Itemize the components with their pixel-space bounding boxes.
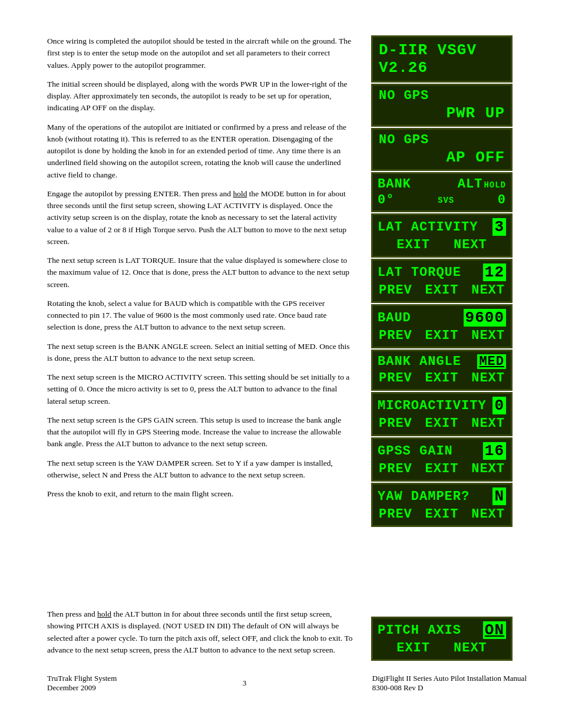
lat-torq-row1: LAT TORQUE 12 (376, 263, 507, 282)
para-5: The next setup screen is LAT TORQUE. Ins… (47, 255, 353, 291)
lat-torq-label: LAT TORQUE (378, 265, 461, 280)
screen-bank-angle: BANK ANGLE MED PREV EXIT NEXT (371, 350, 513, 391)
micro-value: 0 (492, 397, 506, 414)
pitch-row1: PITCH AXIS ON (376, 621, 507, 640)
bank-angle-value: MED (477, 354, 506, 369)
para-11: Press the knob to exit, and return to th… (47, 488, 353, 500)
micro-exit: EXIT (425, 416, 459, 431)
screens-column: D-IIR VSGV V2.26 NO GPS PWR UP NO GPS AP… (371, 35, 513, 597)
title-row: D-IIR VSGV V2.26 (378, 41, 506, 77)
gpss-next: NEXT (471, 462, 505, 476)
lat-act-label: LAT ACTIVITY (378, 220, 478, 235)
page: Once wiring is completed the autopilot s… (0, 0, 562, 728)
bank-angle-next: NEXT (471, 371, 505, 386)
gpss-exit: EXIT (425, 462, 459, 476)
gpss-row1: GPSS GAIN 16 (376, 442, 507, 460)
apoff-row1: NO GPS (378, 132, 506, 148)
bank-angle-nav: PREV EXIT NEXT (376, 370, 507, 387)
bank-angle-row1: BANK ANGLE MED (376, 354, 507, 370)
screen-micro-activity: MICROACTIVITY 0 PREV EXIT NEXT (371, 392, 513, 436)
baud-row1: BAUD 9600 (376, 308, 507, 327)
screen-baud: BAUD 9600 PREV EXIT NEXT (371, 304, 513, 348)
baud-nav: PREV EXIT NEXT (376, 327, 507, 344)
bottom-section: Then press and hold the ALT button in fo… (47, 608, 527, 662)
alt-label: ALT (458, 177, 483, 192)
baud-label: BAUD (378, 311, 411, 325)
baud-exit: EXIT (425, 328, 459, 343)
micro-next: NEXT (471, 416, 505, 431)
title-text: D-IIR VSGV V2.26 (379, 41, 505, 77)
screen-yaw-damper: YAW DAMPER? N PREV EXIT NEXT (371, 483, 513, 527)
gpss-value: 16 (483, 442, 506, 460)
pwr-row1: NO GPS (378, 88, 506, 104)
gpss-nav: PREV EXIT NEXT (376, 460, 507, 477)
apoff-nogps: NO GPS (379, 133, 429, 147)
yaw-label: YAW DAMPER? (378, 489, 470, 504)
bank-row2: 0° SVS 0 (376, 192, 507, 208)
footer-right: DigiFlight II Series Auto Pilot Installa… (372, 674, 527, 693)
micro-label: MICROACTIVITY (378, 398, 487, 413)
yaw-exit: EXIT (425, 507, 459, 522)
lat-torq-exit: EXIT (425, 283, 459, 298)
para-7: The next setup screen is the BANK ANGLE … (47, 341, 353, 365)
pitch-exit: EXIT (396, 641, 430, 655)
yaw-value: N (492, 487, 506, 505)
svs-value: 0 (498, 193, 506, 207)
bottom-screens: PITCH AXIS ON EXIT NEXT (371, 617, 513, 662)
bank-angle-prev: PREV (379, 371, 412, 386)
para-2: The initial screen should be displayed, … (47, 78, 353, 114)
lat-act-next: NEXT (454, 238, 487, 252)
baud-value: 9600 (464, 309, 506, 327)
lat-act-value: 3 (492, 218, 506, 236)
screen-title: D-IIR VSGV V2.26 (371, 35, 513, 83)
micro-row1: MICROACTIVITY 0 (376, 396, 507, 415)
bank-degrees: 0° (378, 193, 394, 207)
yaw-prev: PREV (379, 507, 412, 522)
footer-left: TruTrak Flight System December 2009 (47, 674, 117, 693)
bottom-para: Then press and hold the ALT button in fo… (47, 608, 353, 656)
footer: TruTrak Flight System December 2009 3 Di… (47, 662, 527, 693)
svs-label: SVS (438, 196, 454, 205)
lat-act-exit: EXIT (396, 238, 430, 252)
bank-label: BANK (378, 177, 411, 192)
screen-gpss-gain: GPSS GAIN 16 PREV EXIT NEXT (371, 437, 513, 482)
bank-angle-label: BANK ANGLE (378, 354, 461, 369)
gpss-prev: PREV (379, 462, 412, 476)
gpss-label: GPSS GAIN (378, 444, 453, 459)
pwr-text: PWR UP (446, 104, 505, 122)
lat-torq-nav: PREV EXIT NEXT (376, 282, 507, 299)
screen-bank-hold: BANK ALTHOLD 0° SVS 0 (371, 172, 513, 212)
yaw-row1: YAW DAMPER? N (376, 487, 507, 506)
screen-lat-torque: LAT TORQUE 12 PREV EXIT NEXT (371, 259, 513, 303)
pwr-nogps: NO GPS (379, 88, 429, 103)
footer-page-number: 3 (243, 678, 247, 688)
screen-ap-off: NO GPS AP OFF (371, 128, 513, 171)
para-8: The next setup screen is the MICRO ACTIV… (47, 371, 353, 407)
yaw-next: NEXT (471, 507, 505, 522)
lat-act-nav: EXIT NEXT (376, 236, 507, 253)
lat-torq-next: NEXT (471, 283, 505, 298)
lat-act-row1: LAT ACTIVITY 3 (376, 218, 507, 236)
screen-lat-activity: LAT ACTIVITY 3 EXIT NEXT (371, 213, 513, 258)
yaw-nav: PREV EXIT NEXT (376, 506, 507, 523)
screen-pitch-axis: PITCH AXIS ON EXIT NEXT (371, 617, 513, 661)
footer-company: TruTrak Flight System (47, 674, 117, 683)
pitch-next: NEXT (454, 641, 487, 655)
para-3: Many of the operations of the autopilot … (47, 121, 353, 181)
pwr-row2: PWR UP (378, 104, 506, 123)
bottom-text: Then press and hold the ALT button in fo… (47, 608, 353, 662)
para-10: The next setup screen is the YAW DAMPER … (47, 457, 353, 482)
bank-angle-exit: EXIT (425, 371, 459, 386)
main-content: Once wiring is completed the autopilot s… (47, 35, 527, 597)
baud-next: NEXT (471, 328, 505, 343)
baud-prev: PREV (379, 328, 412, 343)
hold-underline-2: hold (97, 610, 111, 618)
hold-label: HOLD (484, 180, 506, 190)
para-9: The next setup screen is the GPS GAIN sc… (47, 414, 353, 450)
footer-date: December 2009 (47, 683, 117, 693)
pitch-nav: EXIT NEXT (376, 640, 507, 657)
micro-prev: PREV (379, 416, 412, 431)
pitch-label: PITCH AXIS (378, 623, 461, 638)
pitch-value: ON (483, 621, 506, 639)
footer-manual-title: DigiFlight II Series Auto Pilot Installa… (372, 674, 527, 683)
